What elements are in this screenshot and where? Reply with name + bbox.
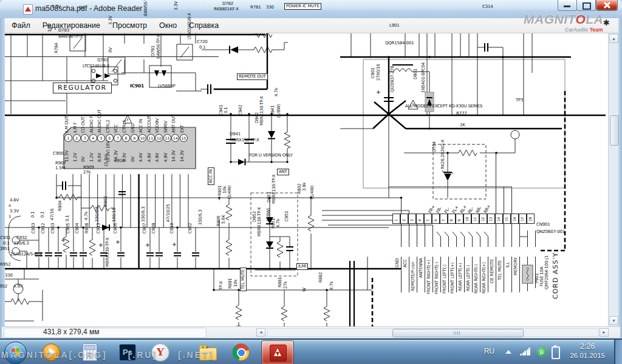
schematic-wires bbox=[5, 33, 608, 326]
window-frame-left bbox=[0, 18, 5, 337]
start-button[interactable] bbox=[4, 342, 27, 364]
yandex-icon: Y bbox=[151, 343, 169, 362]
minimize-button[interactable] bbox=[558, 0, 577, 11]
minimize-icon bbox=[564, 5, 570, 7]
chrome-icon bbox=[232, 343, 250, 361]
battery-icon[interactable] bbox=[552, 346, 560, 359]
menu-Просмотр[interactable]: Просмотр bbox=[106, 19, 153, 32]
show-desktop-button[interactable] bbox=[614, 340, 622, 364]
close-button[interactable] bbox=[596, 0, 618, 11]
adobe-reader-icon bbox=[270, 345, 287, 362]
tray-date: 26.01.2015 bbox=[570, 352, 605, 359]
taskbar-media-player[interactable] bbox=[39, 342, 63, 362]
status-bar: 431,8 x 279,4 мм ◄ ► bbox=[2, 326, 620, 338]
menu-Окно[interactable]: Окно bbox=[153, 19, 183, 32]
taskbar-calculator[interactable] bbox=[78, 342, 102, 362]
calculator-icon bbox=[83, 343, 97, 361]
language-indicator[interactable]: RU bbox=[484, 347, 494, 356]
scroll-up-icon[interactable]: ▲ bbox=[609, 34, 618, 43]
scroll-down-icon[interactable]: ▼ bbox=[609, 316, 618, 325]
taskbar-adobe-reader-active[interactable] bbox=[261, 340, 294, 364]
status-panel bbox=[4, 328, 207, 338]
taskbar-photoshop[interactable]: Ps bbox=[115, 342, 140, 362]
taskbar-explorer[interactable] bbox=[196, 342, 220, 362]
maximize-icon bbox=[583, 2, 591, 10]
pdf-page-schematic[interactable] bbox=[5, 33, 608, 326]
taskbar-chrome[interactable] bbox=[228, 342, 253, 362]
hidden-icons-arrow-icon[interactable] bbox=[505, 350, 511, 354]
folder-icon bbox=[199, 348, 217, 360]
taskbar-yandex-browser[interactable]: Y bbox=[148, 342, 173, 362]
menu-Файл[interactable]: Файл bbox=[5, 19, 36, 32]
horizontal-scroll-thumb[interactable] bbox=[392, 329, 524, 337]
window-frame-right bbox=[618, 18, 622, 337]
clock[interactable]: 2:26 26.01.2015 bbox=[570, 342, 605, 359]
scroll-right-icon[interactable]: ► bbox=[600, 328, 609, 337]
menu-bar: ФайлРедактированиеПросмотрОкноСправка bbox=[2, 18, 620, 33]
pdf-file-icon bbox=[23, 4, 33, 15]
photoshop-icon: Ps bbox=[119, 344, 136, 361]
scroll-left-icon[interactable]: ◄ bbox=[256, 328, 265, 337]
vertical-scrollbar[interactable]: ▲ ▼ bbox=[608, 33, 618, 326]
network-signal-icon[interactable] bbox=[520, 348, 531, 356]
menu-Редактирование[interactable]: Редактирование bbox=[36, 19, 106, 32]
scroll-grip-icon bbox=[454, 331, 461, 335]
menu-Справка[interactable]: Справка bbox=[183, 19, 225, 32]
adobe-a-glyph bbox=[274, 348, 281, 356]
utorrent-icon[interactable]: µ bbox=[537, 347, 547, 357]
close-icon bbox=[603, 1, 610, 8]
horizontal-scrollbar[interactable] bbox=[267, 328, 599, 337]
desktop: ma508scha.pdf - Adobe Reader ФайлРедакти… bbox=[0, 0, 622, 364]
title-bar[interactable]: ma508scha.pdf - Adobe Reader bbox=[0, 0, 622, 19]
window-title: ma508scha.pdf - Adobe Reader bbox=[35, 4, 143, 13]
maximize-button[interactable] bbox=[576, 0, 596, 11]
media-player-icon bbox=[43, 343, 60, 361]
tray-time: 2:26 bbox=[570, 342, 605, 351]
page-size-label: 431,8 x 279,4 мм bbox=[43, 328, 100, 336]
vertical-scroll-thumb[interactable] bbox=[610, 115, 619, 146]
windows-logo-icon bbox=[12, 348, 19, 356]
